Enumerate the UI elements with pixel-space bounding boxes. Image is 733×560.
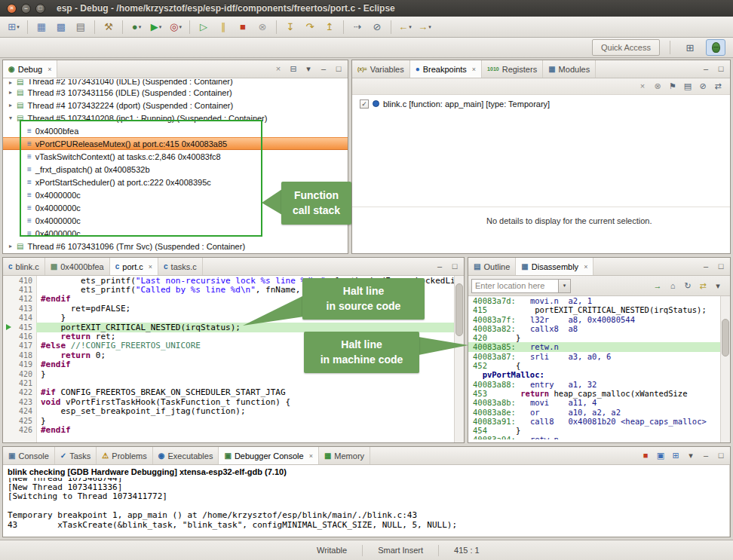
close-tab-icon[interactable]: × bbox=[309, 452, 313, 460]
expand-arrow-icon[interactable]: ▾ bbox=[6, 115, 15, 121]
disassembly-vertical-scrollbar[interactable] bbox=[720, 296, 730, 442]
disassembly-listing[interactable]: 40083a7d: movi.n a2, 1415 portEXIT_CRITI… bbox=[468, 296, 720, 442]
go-to-file-for-breakpoint-button[interactable]: ▤ bbox=[681, 80, 695, 93]
tab-blink-c[interactable]: cblink.c bbox=[3, 258, 45, 275]
debug-perspective-button[interactable] bbox=[706, 39, 725, 56]
maximize-view-button[interactable]: □ bbox=[714, 260, 728, 274]
console-vertical-scrollbar[interactable] bbox=[729, 465, 730, 537]
terminate-button[interactable]: ■ bbox=[233, 19, 253, 35]
tab-0x4000bfea[interactable]: ▩0x4000bfea bbox=[45, 258, 110, 275]
tab-modules[interactable]: ▦Modules bbox=[543, 60, 596, 78]
maximize-view-button[interactable]: □ bbox=[448, 260, 462, 274]
tab-tasks[interactable]: ✓Tasks bbox=[55, 447, 97, 464]
locate-pc-button[interactable]: → bbox=[651, 279, 664, 292]
home-button[interactable]: ⌂ bbox=[666, 279, 679, 292]
tab-breakpoints[interactable]: ●Breakpoints× bbox=[410, 60, 482, 78]
stack-frame-row[interactable]: ≡vPortCPUReleaseMutex() at port.c:415 0x… bbox=[3, 137, 348, 150]
tab-registers[interactable]: 1010Registers bbox=[482, 60, 543, 78]
view-menu-button[interactable]: ▾ bbox=[711, 279, 725, 292]
skip-all-breakpoints-button[interactable]: ⊘ bbox=[367, 19, 387, 35]
disassembly-scrollbar-thumb[interactable] bbox=[722, 319, 729, 357]
open-console-button[interactable]: ⊞ bbox=[669, 449, 682, 463]
window-close-button[interactable]: × bbox=[7, 4, 17, 14]
minimize-view-button[interactable]: – bbox=[699, 449, 713, 463]
expand-arrow-icon[interactable]: ▸ bbox=[6, 102, 15, 109]
location-dropdown-icon[interactable]: ▾ bbox=[558, 280, 570, 292]
disassembly-location-input[interactable] bbox=[472, 280, 558, 292]
debug-thread-tree[interactable]: ▸▤Thread #2 1073431040 (IDLE) (Suspended… bbox=[3, 78, 348, 253]
tab-outline[interactable]: ▤Outline bbox=[468, 258, 516, 275]
link-with-debug-button[interactable]: ⇄ bbox=[696, 279, 710, 292]
link-with-debug-view-button[interactable]: ⇄ bbox=[711, 80, 725, 93]
minimize-view-button[interactable]: – bbox=[699, 260, 713, 274]
terminate-console-button[interactable]: ■ bbox=[639, 449, 652, 463]
build-button[interactable]: ⚒ bbox=[99, 19, 118, 35]
thread-row[interactable]: ▸▤Thread #6 1073431096 (Tmr Svc) (Suspen… bbox=[3, 240, 348, 252]
refresh-button[interactable]: ↻ bbox=[681, 279, 695, 292]
save-button[interactable]: ▦ bbox=[32, 19, 51, 35]
tab-debugger-console[interactable]: ▣Debugger Console× bbox=[219, 447, 318, 464]
view-menu-button[interactable]: ▾ bbox=[302, 63, 315, 76]
collapse-all-button[interactable]: ⊟ bbox=[287, 63, 300, 76]
view-menu-button[interactable]: ▾ bbox=[684, 449, 698, 463]
thread-row[interactable]: ▸▤Thread #4 1073432224 (dport) (Suspende… bbox=[3, 99, 348, 112]
minimize-view-button[interactable]: – bbox=[433, 260, 446, 274]
resume-button[interactable]: ▷ bbox=[194, 19, 213, 35]
minimize-view-button[interactable]: – bbox=[317, 63, 330, 76]
close-tab-icon[interactable]: × bbox=[472, 66, 476, 73]
step-over-button[interactable]: ↷ bbox=[300, 19, 320, 35]
debug-button[interactable]: ●▾ bbox=[127, 19, 146, 35]
tab-tasks-c[interactable]: ctasks.c bbox=[158, 258, 203, 275]
expand-arrow-icon[interactable]: ▸ bbox=[6, 79, 15, 86]
close-tab-icon[interactable]: × bbox=[584, 263, 587, 271]
tab-port-c[interactable]: cport.c× bbox=[110, 258, 158, 275]
instruction-stepping-button[interactable]: ⇢ bbox=[348, 19, 367, 35]
stack-frame-row[interactable]: ≡0x4000000c bbox=[3, 227, 348, 240]
quick-access-button[interactable]: Quick Access bbox=[592, 39, 660, 56]
display-selected-console-button[interactable]: ▣ bbox=[654, 449, 667, 463]
step-return-button[interactable]: ↥ bbox=[320, 19, 339, 35]
tab-console[interactable]: ▣Console bbox=[3, 447, 55, 464]
open-perspective-button[interactable]: ⊞ bbox=[680, 39, 700, 56]
tab-problems[interactable]: ⚠Problems bbox=[97, 447, 152, 464]
breakpoint-row[interactable]: ✓blink.c [function: app_main] [type: Tem… bbox=[352, 97, 730, 110]
tab-disassembly[interactable]: ▦Disassembly× bbox=[516, 258, 593, 275]
tab-variables[interactable]: (x)=Variables bbox=[352, 60, 410, 78]
thread-row[interactable]: ▸▤Thread #2 1073431040 (IDLE) (Suspended… bbox=[3, 79, 348, 86]
expand-arrow-icon[interactable]: ▸ bbox=[6, 89, 15, 96]
stack-frame-row[interactable]: ≡_frxt_dispatch() at 0x4008532b bbox=[3, 163, 348, 176]
remove-selected-breakpoint-button[interactable]: × bbox=[636, 80, 649, 93]
save-all-button[interactable]: ▩ bbox=[51, 19, 71, 35]
new-wizard-button[interactable]: ⊞▾ bbox=[4, 19, 23, 35]
skip-all-breakpoints-button[interactable]: ⊘ bbox=[696, 80, 710, 93]
minimize-view-button[interactable]: – bbox=[699, 63, 713, 76]
editor-scrollbar-thumb[interactable] bbox=[455, 283, 463, 336]
expand-arrow-icon[interactable]: ▸ bbox=[6, 243, 15, 249]
close-tab-icon[interactable]: × bbox=[48, 66, 51, 73]
run-button[interactable]: ▶▾ bbox=[146, 19, 166, 35]
show-breakpoints-supported-button[interactable]: ⚑ bbox=[666, 80, 679, 93]
stack-frame-row[interactable]: ≡0x4000bfea bbox=[3, 124, 348, 137]
breakpoint-checkbox[interactable]: ✓ bbox=[360, 99, 369, 109]
suspend-button[interactable]: ∥ bbox=[213, 19, 233, 35]
remove-all-terminated-button[interactable]: × bbox=[271, 63, 285, 76]
disconnect-button[interactable]: ⊗ bbox=[253, 19, 272, 35]
tab-debug[interactable]: ◉Debug× bbox=[3, 60, 57, 78]
window-maximize-button[interactable]: □ bbox=[35, 4, 45, 14]
maximize-view-button[interactable]: □ bbox=[714, 63, 728, 76]
tab-executables[interactable]: ◉Executables bbox=[153, 447, 219, 464]
breakpoints-list[interactable]: ✓blink.c [function: app_main] [type: Tem… bbox=[352, 95, 730, 207]
maximize-view-button[interactable]: □ bbox=[714, 449, 728, 463]
window-minimize-button[interactable]: – bbox=[21, 4, 31, 14]
console-output[interactable]: blink checking [GDB Hardware Debugging] … bbox=[3, 465, 730, 537]
stack-frame-row[interactable]: ≡vTaskSwitchContext() at tasks.c:2,846 0… bbox=[3, 150, 348, 163]
external-tools-button[interactable]: ◎▾ bbox=[166, 19, 186, 35]
back-button[interactable]: ←▾ bbox=[395, 19, 415, 35]
maximize-view-button[interactable]: □ bbox=[332, 63, 345, 76]
print-button[interactable]: ▤ bbox=[71, 19, 90, 35]
remove-all-breakpoints-button[interactable]: ⊗ bbox=[651, 80, 664, 93]
editor-vertical-scrollbar[interactable] bbox=[454, 276, 464, 442]
close-tab-icon[interactable]: × bbox=[149, 263, 152, 271]
step-into-button[interactable]: ↧ bbox=[281, 19, 300, 35]
thread-row[interactable]: ▾▤Thread #5 1073410208 (ipc1 : Running) … bbox=[3, 112, 348, 124]
